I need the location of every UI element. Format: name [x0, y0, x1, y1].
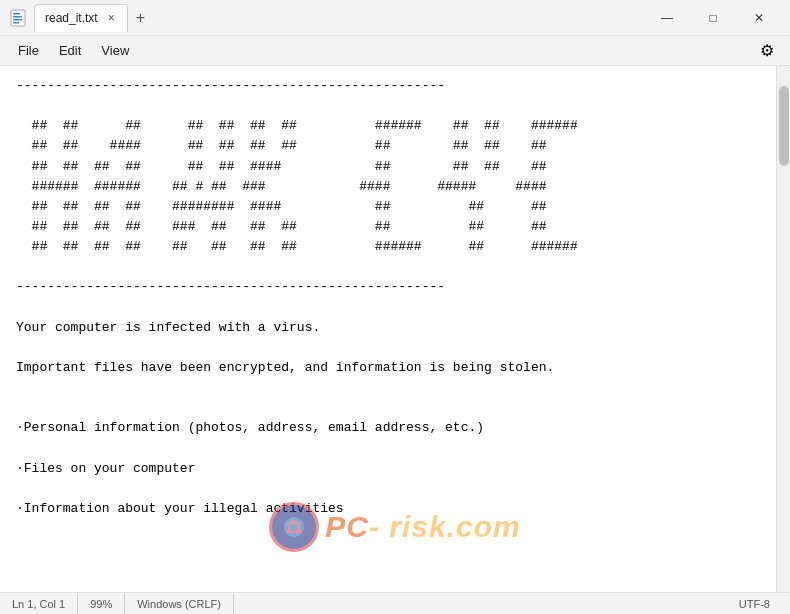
app-icon	[8, 8, 28, 28]
status-position: Ln 1, Col 1	[8, 593, 78, 614]
tab-label: read_it.txt	[45, 11, 98, 25]
svg-rect-4	[13, 22, 19, 24]
svg-rect-3	[13, 19, 22, 21]
menu-view[interactable]: View	[91, 41, 139, 60]
svg-rect-1	[13, 13, 20, 15]
status-zoom[interactable]: 99%	[78, 593, 125, 614]
status-encoding[interactable]: UTF-8	[727, 593, 782, 614]
status-bar: Ln 1, Col 1 99% Windows (CRLF) UTF-8	[0, 592, 790, 614]
title-bar: read_it.txt × + — □ ✕	[0, 0, 790, 36]
editor-wrapper: ----------------------------------------…	[0, 66, 790, 592]
close-button[interactable]: ✕	[736, 0, 782, 36]
scrollbar[interactable]	[776, 66, 790, 592]
maximize-button[interactable]: □	[690, 0, 736, 36]
window-controls: — □ ✕	[644, 0, 782, 36]
svg-rect-0	[11, 10, 25, 26]
scroll-thumb[interactable]	[779, 86, 789, 166]
menu-edit[interactable]: Edit	[49, 41, 91, 60]
svg-rect-2	[13, 16, 22, 18]
editor-content[interactable]: ----------------------------------------…	[0, 66, 776, 592]
menu-bar: File Edit View ⚙	[0, 36, 790, 66]
menu-file[interactable]: File	[8, 41, 49, 60]
settings-icon[interactable]: ⚙	[752, 36, 782, 66]
tab-close-button[interactable]: ×	[106, 11, 117, 25]
tab-read-it[interactable]: read_it.txt ×	[34, 4, 128, 32]
tab-container: read_it.txt × +	[34, 4, 644, 32]
new-tab-button[interactable]: +	[128, 9, 153, 27]
status-line-ending[interactable]: Windows (CRLF)	[125, 593, 234, 614]
minimize-button[interactable]: —	[644, 0, 690, 36]
